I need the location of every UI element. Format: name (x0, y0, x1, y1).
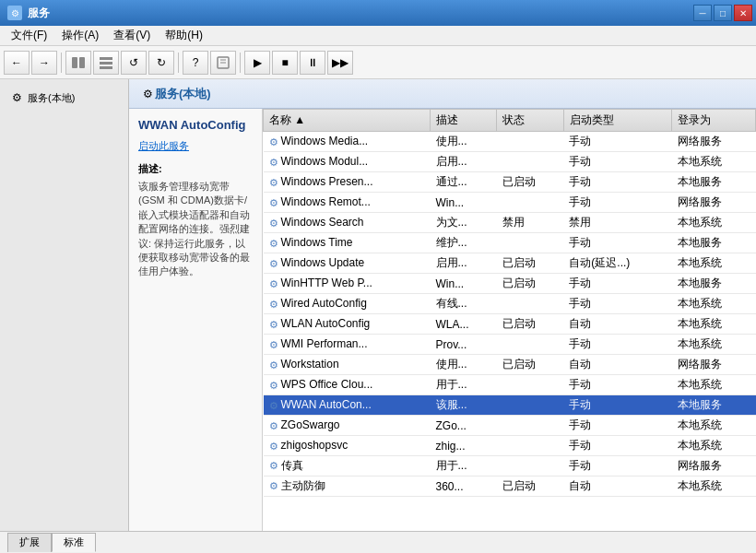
service-login-cell: 网络服务 (672, 456, 756, 477)
table-row[interactable]: ⚙WinHTTP Web P...Win...已启动手动本地服务 (264, 274, 756, 294)
table-wrapper[interactable]: 名称 ▲ 描述 状态 启动类型 登录为 ⚙Windows Media...使用.… (263, 109, 756, 531)
gear-icon: ⚙ (269, 218, 278, 229)
service-desc-cell: Prov... (431, 335, 497, 355)
table-row[interactable]: ⚙Windows Update启用...已启动自动(延迟...)本地系统 (264, 253, 756, 274)
start-button[interactable]: ▶ (244, 51, 270, 75)
service-login-cell: 本地系统 (672, 314, 756, 335)
menu-item-h[interactable]: 帮助(H) (158, 26, 210, 45)
restart-button[interactable]: ▶▶ (327, 51, 353, 75)
service-status-cell (497, 193, 563, 213)
service-name-cell: ⚙Windows Time (264, 233, 431, 253)
menu-item-a[interactable]: 操作(A) (54, 26, 106, 45)
start-service-link[interactable]: 启动此服务 (138, 139, 253, 153)
forward-button[interactable]: → (31, 51, 57, 75)
table-row[interactable]: ⚙Wired AutoConfig有线...手动本地系统 (264, 294, 756, 314)
col-name[interactable]: 名称 ▲ (264, 110, 431, 132)
service-desc-cell: 启用... (431, 253, 497, 274)
table-row[interactable]: ⚙Windows Remot...Win...手动网络服务 (264, 193, 756, 213)
table-row[interactable]: ⚙Windows Time维护...手动本地服务 (264, 233, 756, 253)
export-button[interactable]: ↻ (148, 51, 174, 75)
service-desc-cell: 使用... (431, 355, 497, 375)
service-startup-cell: 手动 (563, 416, 672, 436)
service-name-text: zhigoshopsvc (281, 439, 348, 452)
service-name-cell: ⚙Workstation (264, 355, 431, 375)
service-info-panel: WWAN AutoConfig 启动此服务 描述: 该服务管理移动宽带(GSM … (129, 109, 263, 531)
col-startup[interactable]: 启动类型 (563, 110, 672, 132)
service-status-cell: 禁用 (497, 213, 563, 233)
service-login-cell: 本地系统 (672, 152, 756, 172)
properties-button[interactable] (210, 51, 236, 75)
close-button[interactable]: ✕ (734, 5, 752, 21)
table-row[interactable]: ⚙主动防御360...已启动自动本地系统 (264, 477, 756, 497)
window-controls: ─ □ ✕ (693, 5, 752, 21)
col-login[interactable]: 登录为 (672, 110, 756, 132)
back-button[interactable]: ← (4, 51, 30, 75)
service-desc-cell: 360... (431, 477, 497, 497)
service-startup-cell: 手动 (563, 193, 672, 213)
menu-item-v[interactable]: 查看(V) (106, 26, 158, 45)
service-name-text: Windows Media... (281, 135, 369, 147)
service-startup-cell: 手动 (563, 274, 672, 294)
service-status-cell: 已启动 (497, 355, 563, 375)
service-login-cell: 网络服务 (672, 355, 756, 375)
service-login-cell: 本地系统 (672, 477, 756, 497)
left-panel-label: 服务(本地) (28, 91, 75, 105)
table-row[interactable]: ⚙ZGoSwargoZGo...手动本地系统 (264, 416, 756, 436)
toolbar-separator-1 (61, 53, 62, 73)
tab-standard[interactable]: 标准 (52, 533, 96, 552)
table-row[interactable]: ⚙Windows Modul...启用...手动本地系统 (264, 152, 756, 172)
view-button[interactable] (93, 51, 119, 75)
stop-button[interactable]: ■ (272, 51, 298, 75)
desc-label: 描述: (138, 162, 253, 176)
show-tree-button[interactable] (65, 51, 91, 75)
service-login-cell: 本地服务 (672, 233, 756, 253)
col-desc[interactable]: 描述 (431, 110, 497, 132)
service-status-cell: 已启动 (497, 172, 563, 193)
table-area: 名称 ▲ 描述 状态 启动类型 登录为 ⚙Windows Media...使用.… (263, 109, 756, 531)
gear-icon: ⚙ (269, 197, 278, 209)
service-desc-cell: 通过... (431, 172, 497, 193)
table-row[interactable]: ⚙Workstation使用...已启动自动网络服务 (264, 355, 756, 375)
minimize-button[interactable]: ─ (693, 5, 712, 21)
refresh-button[interactable]: ↺ (121, 51, 147, 75)
svg-rect-4 (100, 66, 112, 69)
service-status-cell (497, 456, 563, 477)
toolbar: ← → ↺ ↻ ? ▶ ■ ⏸ ▶▶ (0, 46, 756, 79)
service-name-cell: ⚙WinHTTP Web P... (264, 274, 431, 294)
service-name-text: WinHTTP Web P... (281, 276, 372, 289)
service-startup-cell: 手动 (563, 152, 672, 172)
service-name-text: Windows Modul... (281, 155, 369, 168)
service-name-cell: ⚙Windows Presen... (264, 172, 431, 193)
menu-item-f[interactable]: 文件(F) (4, 26, 54, 45)
service-desc-cell: 用于... (431, 375, 497, 395)
service-name-cell: ⚙传真 (264, 456, 431, 477)
table-row[interactable]: ⚙Windows Presen...通过...已启动手动本地服务 (264, 172, 756, 193)
table-row[interactable]: ⚙WMI Performan...Prov...手动本地系统 (264, 335, 756, 355)
table-row[interactable]: ⚙zhigoshopsvczhig...手动本地系统 (264, 436, 756, 456)
left-panel-services[interactable]: ⚙ 服务(本地) (7, 87, 121, 109)
table-row[interactable]: ⚙WWAN AutoCon...该服...手动本地服务 (264, 395, 756, 416)
gear-icon: ⚙ (269, 400, 278, 412)
toolbar-separator-2 (178, 53, 179, 73)
service-startup-cell: 手动 (563, 172, 672, 193)
gear-icon: ⚙ (269, 258, 278, 270)
table-row[interactable]: ⚙Windows Media...使用...手动网络服务 (264, 132, 756, 152)
service-name-cell: ⚙Windows Search (264, 213, 431, 233)
help-button[interactable]: ? (183, 51, 208, 75)
service-startup-cell: 自动 (563, 355, 672, 375)
service-status-cell: 已启动 (497, 477, 563, 497)
service-login-cell: 本地系统 (672, 253, 756, 274)
pause-button[interactable]: ⏸ (300, 51, 325, 75)
table-row[interactable]: ⚙WLAN AutoConfigWLA...已启动自动本地系统 (264, 314, 756, 335)
selected-service-name: WWAN AutoConfig (138, 118, 253, 132)
service-desc-cell: ZGo... (431, 416, 497, 436)
service-name-cell: ⚙主动防御 (264, 477, 431, 497)
maximize-button[interactable]: □ (714, 5, 732, 21)
service-status-cell (497, 152, 563, 172)
table-row[interactable]: ⚙传真用于...手动网络服务 (264, 456, 756, 477)
table-row[interactable]: ⚙Windows Search为文...禁用禁用本地系统 (264, 213, 756, 233)
table-row[interactable]: ⚙WPS Office Clou...用于...手动本地系统 (264, 375, 756, 395)
service-status-cell (497, 233, 563, 253)
tab-extended[interactable]: 扩展 (7, 533, 52, 552)
col-status[interactable]: 状态 (497, 110, 563, 132)
